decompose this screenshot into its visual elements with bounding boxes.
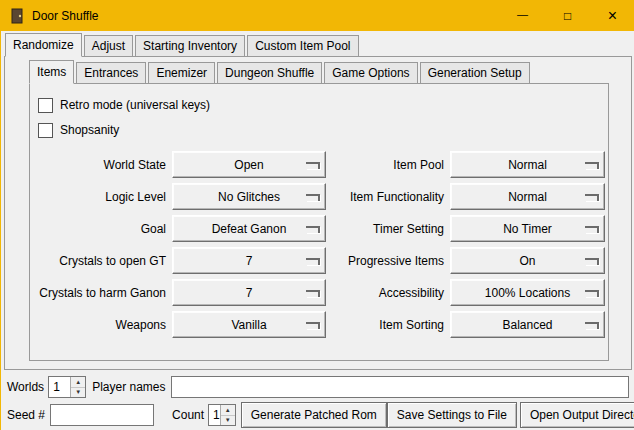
minimize-button[interactable]: — [500, 1, 545, 31]
item-functionality-dropdown[interactable]: Normal [450, 183, 605, 210]
checkbox-icon [38, 98, 53, 113]
tab-custom-item-pool[interactable]: Custom Item Pool [247, 35, 358, 57]
spin-up-icon[interactable]: ▲ [71, 377, 85, 388]
logic-level-value: No Glitches [218, 190, 280, 204]
dropdown-indicator-icon [306, 322, 320, 329]
spin-down-icon[interactable]: ▼ [221, 416, 235, 426]
item-sorting-dropdown[interactable]: Balanced [450, 311, 605, 338]
tab-enemizer[interactable]: Enemizer [148, 62, 215, 84]
window-title: Door Shuffle [32, 9, 99, 23]
retro-mode-checkbox[interactable]: Retro mode (universal keys) [38, 93, 602, 117]
shopsanity-checkbox[interactable]: Shopsanity [38, 118, 602, 142]
count-value: 1 [209, 405, 220, 425]
tab-generation-setup[interactable]: Generation Setup [420, 62, 530, 84]
app-icon [9, 8, 25, 24]
tab-entrances[interactable]: Entrances [76, 62, 146, 84]
open-output-directory-button[interactable]: Open Output Directory [520, 402, 634, 428]
item-sorting-value: Balanced [502, 318, 552, 332]
tab-items[interactable]: Items [29, 60, 74, 84]
accessibility-label: Accessibility [340, 286, 444, 300]
caption-buttons: — □ × [500, 1, 634, 31]
checkbox-icon [38, 123, 53, 138]
options-grid: World State Open Logic Level No Glitches… [36, 151, 602, 338]
crystals-harm-ganon-value: 7 [246, 286, 253, 300]
options-left-column: World State Open Logic Level No Glitches… [38, 151, 326, 338]
spin-down-icon[interactable]: ▼ [71, 388, 85, 398]
dropdown-indicator-icon [306, 258, 320, 265]
crystals-harm-ganon-dropdown[interactable]: 7 [172, 279, 326, 306]
count-spin-arrows: ▲ ▼ [220, 405, 235, 425]
items-pane: Retro mode (universal keys) Shopsanity W… [29, 83, 609, 361]
bottom-bar: Worlds 1 ▲ ▼ Player names Seed # Count 1… [1, 368, 634, 430]
item-pool-dropdown[interactable]: Normal [450, 151, 605, 178]
dropdown-indicator-icon [585, 290, 599, 297]
progressive-items-dropdown[interactable]: On [450, 247, 605, 274]
goal-value: Defeat Ganon [212, 222, 287, 236]
tab-label: Randomize [13, 38, 74, 52]
dropdown-indicator-icon [585, 258, 599, 265]
app-window: Door Shuffle — □ × Randomize Adjust Star… [0, 0, 634, 430]
worlds-value: 1 [49, 377, 70, 397]
tab-label: Entrances [84, 66, 138, 80]
maximize-icon: □ [564, 9, 571, 23]
dropdown-indicator-icon [306, 194, 320, 201]
dropdown-indicator-icon [585, 226, 599, 233]
item-sorting-label: Item Sorting [340, 318, 444, 332]
options-right-column: Item Pool Normal Item Functionality Norm… [340, 151, 605, 338]
tab-dungeon-shuffle[interactable]: Dungeon Shuffle [217, 62, 322, 84]
close-icon: × [608, 7, 617, 25]
spin-up-icon[interactable]: ▲ [221, 405, 235, 416]
goal-dropdown[interactable]: Defeat Ganon [172, 215, 326, 242]
worlds-row: Worlds 1 ▲ ▼ Player names [7, 374, 631, 400]
tab-game-options[interactable]: Game Options [324, 62, 417, 84]
tab-label: Game Options [332, 66, 409, 80]
goal-label: Goal [38, 222, 166, 236]
world-state-label: World State [38, 158, 166, 172]
seed-label: Seed # [7, 408, 45, 422]
timer-setting-dropdown[interactable]: No Timer [450, 215, 605, 242]
item-functionality-label: Item Functionality [340, 190, 444, 204]
primary-tabbar: Randomize Adjust Starting Inventory Cust… [1, 31, 634, 56]
count-label: Count [172, 408, 204, 422]
worlds-spinbox[interactable]: 1 ▲ ▼ [48, 376, 86, 398]
generate-patched-rom-button[interactable]: Generate Patched Rom [241, 402, 387, 428]
tab-adjust[interactable]: Adjust [84, 35, 133, 57]
crystals-open-gt-label: Crystals to open GT [38, 254, 166, 268]
accessibility-value: 100% Locations [485, 286, 570, 300]
dropdown-indicator-icon [585, 194, 599, 201]
worlds-spin-arrows: ▲ ▼ [70, 377, 85, 397]
crystals-open-gt-dropdown[interactable]: 7 [172, 247, 326, 274]
minimize-icon: — [517, 8, 528, 20]
tab-label: Starting Inventory [143, 39, 237, 53]
dropdown-indicator-icon [585, 322, 599, 329]
close-button[interactable]: × [590, 1, 634, 31]
timer-setting-value: No Timer [503, 222, 552, 236]
logic-level-label: Logic Level [38, 190, 166, 204]
accessibility-dropdown[interactable]: 100% Locations [450, 279, 605, 306]
item-functionality-value: Normal [508, 190, 547, 204]
tab-label: Dungeon Shuffle [225, 66, 314, 80]
weapons-value: Vanilla [231, 318, 266, 332]
player-names-input[interactable] [171, 376, 630, 398]
world-state-dropdown[interactable]: Open [172, 151, 326, 178]
tab-starting-inventory[interactable]: Starting Inventory [135, 35, 245, 57]
secondary-tabbar: Items Entrances Enemizer Dungeon Shuffle… [29, 57, 631, 83]
maximize-button[interactable]: □ [545, 1, 590, 31]
shopsanity-label: Shopsanity [60, 123, 119, 137]
weapons-dropdown[interactable]: Vanilla [172, 311, 326, 338]
tab-label: Enemizer [156, 66, 207, 80]
progressive-items-value: On [519, 254, 535, 268]
worlds-label: Worlds [7, 380, 44, 394]
save-settings-button[interactable]: Save Settings to File [387, 402, 517, 428]
seed-input[interactable] [50, 404, 154, 426]
tab-label: Items [37, 65, 66, 79]
logic-level-dropdown[interactable]: No Glitches [172, 183, 326, 210]
dropdown-indicator-icon [585, 162, 599, 169]
crystals-harm-ganon-label: Crystals to harm Ganon [38, 286, 166, 300]
titlebar[interactable]: Door Shuffle — □ × [1, 1, 634, 31]
dropdown-indicator-icon [306, 290, 320, 297]
tab-label: Custom Item Pool [255, 39, 350, 53]
count-spinbox[interactable]: 1 ▲ ▼ [208, 404, 236, 426]
tab-label: Generation Setup [428, 66, 522, 80]
tab-randomize[interactable]: Randomize [5, 33, 82, 57]
